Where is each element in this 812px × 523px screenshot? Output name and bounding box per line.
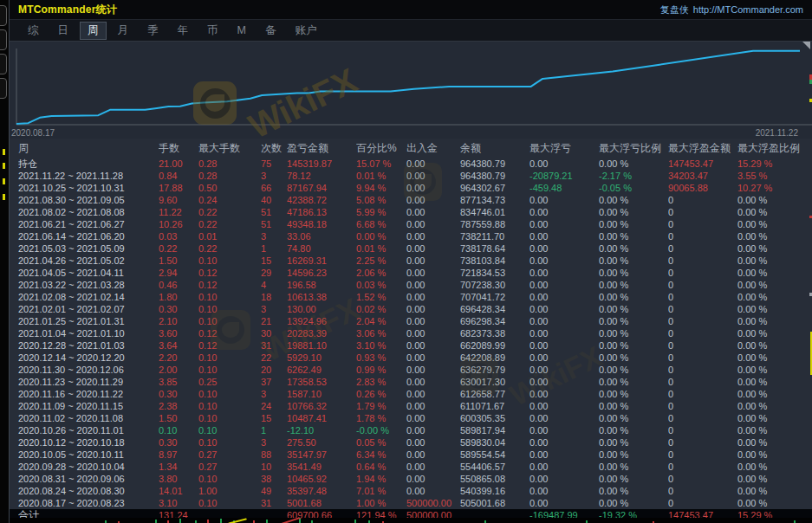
value-cell: 0.00 % (599, 497, 668, 509)
table-row[interactable]: 2021.02.08 ~ 2021.02.141.800.101810613.3… (10, 291, 812, 303)
table-row[interactable]: 2021.04.26 ~ 2021.05.021.500.101516269.3… (10, 255, 812, 267)
value-cell: -12.10 (287, 424, 356, 436)
value-cell: 964380.79 (460, 170, 529, 182)
value-cell: 0.00 % (737, 436, 812, 449)
value-cell: 10.26 (159, 218, 198, 230)
table-row[interactable]: 2020.08.17 ~ 2020.08.233.100.10315001.68… (10, 497, 812, 509)
col-header-5[interactable]: 百分比% (356, 141, 406, 156)
value-cell: 1.00 % (356, 497, 406, 509)
table-row[interactable]: 2020.11.09 ~ 2020.11.152.380.102410766.3… (10, 400, 812, 412)
title-bar[interactable]: MTCommander统计 复盘侠http://MTCommander.com (10, 0, 812, 20)
table-row[interactable]: 2020.12.14 ~ 2020.12.202.200.10225929.10… (10, 352, 812, 364)
value-cell: 0.10 (198, 497, 261, 509)
col-header-0[interactable]: 周 (18, 141, 159, 156)
table-row[interactable]: 2020.12.28 ~ 2021.01.033.640.123119881.1… (10, 339, 812, 352)
table-row[interactable]: 2020.10.05 ~ 2020.10.118.970.278835147.9… (10, 449, 812, 461)
table-row[interactable]: 2021.03.22 ~ 2021.03.280.460.124196.580.… (10, 279, 812, 291)
table-row[interactable]: 2021.02.01 ~ 2021.02.070.300.103130.000.… (10, 303, 812, 315)
value-cell: 0.22 (198, 206, 261, 218)
value-cell: 0 (668, 218, 737, 230)
col-header-8[interactable]: 最大浮亏 (529, 141, 599, 156)
value-cell: 0.00 % (737, 230, 812, 242)
value-cell: 19881.10 (287, 339, 356, 352)
value-cell: 0.27 (198, 461, 261, 473)
col-header-7[interactable]: 余额 (460, 141, 529, 156)
value-cell: 2.94 (159, 267, 198, 279)
period-cell: 2021.01.25 ~ 2021.01.31 (18, 315, 159, 327)
col-header-6[interactable]: 出入金 (406, 141, 460, 156)
candle-fragment (354, 520, 356, 523)
value-cell: 3.60 (159, 327, 198, 339)
value-cell: 47186.13 (287, 206, 356, 218)
table-row[interactable]: 2021.06.21 ~ 2021.06.2710.260.225149348.… (10, 218, 812, 230)
col-header-11[interactable]: 最大浮盈比例 (737, 141, 812, 156)
period-cell: 2021.01.04 ~ 2021.01.10 (18, 327, 159, 339)
table-row[interactable]: 2021.11.22 ~ 2021.11.280.840.28378.120.0… (10, 170, 812, 182)
table-row[interactable]: 持仓21.000.2875145319.8715.07 %0.00964380.… (10, 158, 812, 170)
value-cell: 550865.08 (460, 473, 529, 485)
table-row[interactable]: 2021.08.02 ~ 2021.08.0811.220.225147186.… (10, 206, 812, 218)
table-row[interactable]: 2020.08.24 ~ 2020.08.3014.011.004935397.… (10, 485, 812, 497)
tab-周[interactable]: 周 (81, 23, 106, 39)
value-cell: 0 (668, 364, 737, 376)
value-cell: 10465.92 (287, 473, 356, 485)
period-cell: 2020.11.09 ~ 2020.11.15 (18, 400, 159, 412)
value-cell: 0.00 % (599, 255, 668, 267)
col-header-1[interactable]: 手数 (159, 141, 198, 156)
period-cell: 2021.11.22 ~ 2021.11.28 (18, 170, 159, 182)
resize-grip-icon[interactable] (802, 42, 810, 49)
value-cell: 3.80 (159, 473, 198, 485)
table-row[interactable]: 2020.09.28 ~ 2020.10.041.340.27103541.49… (10, 461, 812, 473)
table-row[interactable]: 2020.10.26 ~ 2020.11.010.100.101-12.10-0… (10, 424, 812, 436)
table-row[interactable]: 2020.11.23 ~ 2020.11.293.850.253717358.5… (10, 376, 812, 388)
tab-备[interactable]: 备 (258, 23, 283, 39)
value-cell: 0.03 (159, 230, 198, 242)
col-header-2[interactable]: 最大手数 (198, 141, 261, 156)
table-row[interactable]: 2021.04.05 ~ 2021.04.112.940.122914596.2… (10, 267, 812, 279)
value-cell: 15.07 % (356, 158, 406, 170)
col-header-4[interactable]: 盈亏金额 (287, 141, 356, 156)
value-cell: 0.00 % (599, 388, 668, 400)
table-row[interactable]: 2021.10.25 ~ 2021.10.3117.880.506687167.… (10, 182, 812, 194)
table-row[interactable]: 2020.11.30 ~ 2020.12.062.000.10206262.49… (10, 364, 812, 376)
table-row[interactable]: 2021.06.14 ~ 2021.06.200.030.01333.060.0… (10, 230, 812, 242)
background-marker (3, 149, 5, 155)
value-cell: 3 (261, 303, 287, 315)
table-header-row: 周手数最大手数次数盈亏金额百分比%出入金余额最大浮亏最大浮亏比例最大浮盈金额最大… (10, 139, 812, 158)
tab-币[interactable]: 币 (200, 23, 225, 39)
table-row[interactable]: 2021.01.25 ~ 2021.01.312.100.102113924.9… (10, 315, 812, 327)
table-row[interactable]: 2020.10.12 ~ 2020.10.180.300.103275.500.… (10, 436, 812, 449)
period-cell: 2020.12.14 ~ 2020.12.20 (18, 352, 159, 364)
tab-日[interactable]: 日 (51, 23, 76, 39)
table-row[interactable]: 2020.11.02 ~ 2020.11.081.500.101510487.4… (10, 412, 812, 424)
line-fragment (228, 518, 247, 523)
value-cell: 1 (261, 242, 287, 255)
value-cell: 4 (261, 279, 287, 291)
col-header-3[interactable]: 次数 (261, 141, 287, 156)
value-cell: 33.06 (287, 230, 356, 242)
tab-季[interactable]: 季 (140, 23, 166, 39)
tab-账户[interactable]: 账户 (288, 23, 323, 39)
period-cell: 2021.06.14 ~ 2021.06.20 (18, 230, 159, 242)
tab-综[interactable]: 综 (21, 23, 46, 39)
brand-link[interactable]: 复盘侠http://MTCommander.com (660, 3, 803, 16)
table-row[interactable]: 2021.05.03 ~ 2021.05.090.220.22174.800.0… (10, 242, 812, 255)
table-row[interactable]: 2021.08.30 ~ 2021.09.059.600.244042388.7… (10, 194, 812, 206)
value-cell: 2.00 (159, 364, 198, 376)
value-cell: 0.22 (159, 242, 198, 255)
col-header-9[interactable]: 最大浮亏比例 (599, 141, 668, 156)
tab-月[interactable]: 月 (111, 23, 136, 39)
table-row[interactable]: 2020.08.31 ~ 2020.09.063.800.103810465.9… (10, 473, 812, 485)
tab-年[interactable]: 年 (171, 23, 196, 39)
candle-fragment (299, 519, 301, 523)
value-cell: 0.00 % (599, 158, 668, 170)
value-cell: 0.00 (406, 194, 460, 206)
value-cell: 1.94 % (356, 473, 406, 485)
col-header-10[interactable]: 最大浮盈金额 (668, 141, 737, 156)
tab-M[interactable]: M (231, 23, 253, 37)
table-row[interactable]: 2021.01.04 ~ 2021.01.103.600.123020283.3… (10, 327, 812, 339)
value-cell: 1.50 (159, 255, 198, 267)
table-row[interactable]: 2020.11.16 ~ 2020.11.220.300.1031587.100… (10, 388, 812, 400)
value-cell: 0.12 (198, 327, 261, 339)
value-cell: 0.00 (406, 436, 460, 449)
